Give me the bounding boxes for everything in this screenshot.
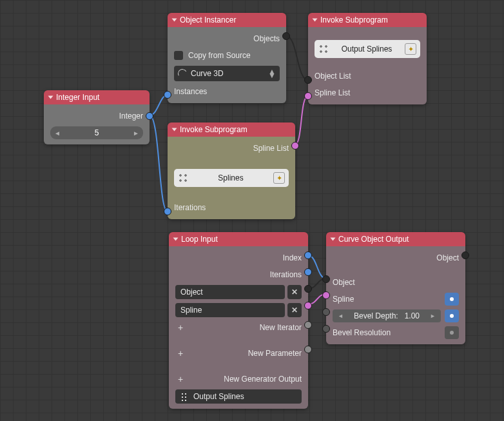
node-curve-object-output[interactable]: Curve Object Output Object Object Spline… — [326, 232, 465, 344]
curve-icon — [178, 69, 187, 78]
plus-icon[interactable]: + — [175, 348, 186, 358]
iterator-spline[interactable]: Spline — [175, 303, 285, 317]
new-iterator-label: New Iterator — [191, 323, 302, 332]
node-title: Invoke Subprogram — [180, 125, 247, 134]
input-label: Instances — [174, 87, 207, 96]
input-label: Spline — [333, 295, 441, 304]
remove-iterator-button[interactable]: ✕ — [287, 285, 302, 299]
subprogram-selector[interactable]: Output Splines ✦ — [315, 40, 420, 58]
collapse-icon[interactable] — [173, 238, 179, 241]
spline-toggle[interactable] — [445, 293, 459, 306]
subprogram-selector[interactable]: Splines ✦ — [174, 169, 289, 187]
socket-new-iterator[interactable] — [304, 321, 312, 329]
output-label: Objects — [253, 34, 280, 43]
bevel-depth-toggle[interactable] — [445, 309, 459, 322]
node-invoke-subprogram-mid[interactable]: Invoke Subprogram Spline List Splines ✦ … — [168, 122, 295, 219]
socket-iterations-out[interactable] — [304, 268, 312, 276]
socket-iterations-in[interactable] — [164, 208, 171, 215]
decrement-icon[interactable]: ◄ — [338, 313, 344, 319]
output-label: Iterations — [270, 270, 302, 279]
input-label: Bevel Resolution — [333, 328, 441, 337]
dot-icon — [450, 314, 454, 318]
increment-icon[interactable]: ► — [430, 313, 436, 319]
socket-spline-in[interactable] — [322, 291, 330, 299]
node-header[interactable]: Invoke Subprogram — [308, 13, 427, 27]
subprogram-name: Output Splines — [334, 44, 400, 54]
output-label: Integer — [119, 112, 143, 121]
plus-icon[interactable]: + — [175, 374, 186, 384]
node-header[interactable]: Curve Object Output — [326, 232, 465, 246]
object-type-select[interactable]: Curve 3D ▲▼ — [174, 66, 280, 81]
socket-object-list-in[interactable] — [304, 76, 312, 84]
checkbox-label: Copy from Source — [188, 51, 251, 60]
node-title: Curve Object Output — [338, 235, 409, 244]
grid-icon — [178, 173, 188, 183]
output-label: Index — [283, 253, 302, 262]
select-value: Curve 3D — [191, 69, 224, 78]
remove-iterator-button[interactable]: ✕ — [287, 303, 302, 317]
subprogram-name: Splines — [193, 173, 268, 182]
node-title: Object Instancer — [180, 15, 236, 24]
dot-icon — [450, 331, 454, 335]
node-header[interactable]: Loop Input — [169, 232, 308, 246]
node-title: Integer Input — [56, 93, 99, 102]
copy-from-source-checkbox[interactable] — [174, 51, 183, 60]
socket-new-parameter[interactable] — [304, 346, 312, 353]
increment-icon[interactable]: ► — [133, 130, 139, 137]
collapse-icon[interactable] — [48, 96, 53, 99]
socket-instances-in[interactable] — [164, 91, 171, 99]
decrement-icon[interactable]: ◄ — [54, 130, 61, 137]
collapse-icon[interactable] — [331, 238, 336, 241]
x-icon: ✕ — [291, 288, 298, 297]
node-invoke-subprogram-top[interactable]: Invoke Subprogram Output Splines ✦ Objec… — [308, 13, 427, 104]
bevel-res-toggle[interactable] — [445, 326, 459, 339]
new-subprogram-icon[interactable]: ✦ — [405, 43, 416, 55]
integer-value-slider[interactable]: ◄ 5 ► — [50, 126, 143, 139]
integer-value: 5 — [95, 128, 99, 137]
socket-bevel-res-in[interactable] — [322, 325, 330, 333]
bevel-depth-value: 1.00 — [405, 311, 420, 320]
dots-icon — [180, 392, 189, 401]
iterator-object[interactable]: Object — [175, 285, 285, 299]
output-label: Object — [436, 253, 459, 262]
bevel-depth-field[interactable]: ◄ Bevel Depth:1.00 ► — [333, 309, 441, 322]
socket-spline-list-out[interactable] — [291, 142, 299, 150]
collapse-icon[interactable] — [172, 19, 177, 22]
node-header[interactable]: Object Instancer — [168, 13, 286, 27]
socket-object-out[interactable] — [304, 285, 312, 293]
node-header[interactable]: Integer Input — [44, 90, 150, 104]
input-label: Object List — [315, 72, 351, 81]
socket-object-in[interactable] — [322, 275, 330, 283]
node-header[interactable]: Invoke Subprogram — [168, 122, 295, 137]
node-integer-input[interactable]: Integer Input Integer ◄ 5 ► — [44, 90, 150, 144]
node-title: Invoke Subprogram — [320, 15, 388, 24]
bevel-depth-label: Bevel Depth: — [354, 311, 398, 320]
collapse-icon[interactable] — [172, 128, 177, 132]
socket-spline-out[interactable] — [304, 302, 312, 309]
x-icon: ✕ — [291, 306, 298, 315]
node-title: Loop Input — [181, 235, 218, 244]
updown-icon: ▲▼ — [268, 70, 276, 77]
input-label: Iterations — [174, 203, 206, 212]
output-label: Spline List — [253, 144, 289, 153]
grid-icon — [318, 44, 329, 54]
new-gen-output-label: New Generator Output — [191, 375, 302, 384]
new-subprogram-icon[interactable]: ✦ — [273, 172, 285, 184]
collapse-icon[interactable] — [313, 19, 318, 22]
input-label: Spline List — [315, 88, 350, 97]
node-object-instancer[interactable]: Object Instancer Objects Copy from Sourc… — [168, 13, 286, 103]
socket-objects-out[interactable] — [282, 32, 290, 40]
socket-index-out[interactable] — [304, 251, 312, 259]
output-splines-button[interactable]: Output Splines — [175, 389, 302, 404]
socket-spline-list-in[interactable] — [304, 92, 312, 100]
plus-icon[interactable]: + — [175, 322, 186, 333]
socket-object-out[interactable] — [461, 251, 469, 259]
input-label: Object — [333, 278, 355, 287]
socket-integer-out[interactable] — [146, 112, 153, 120]
new-parameter-label: New Parameter — [191, 349, 302, 358]
dot-icon — [450, 297, 454, 301]
socket-bevel-depth-in[interactable] — [322, 308, 330, 316]
node-loop-input[interactable]: Loop Input Index Iterations Object ✕ Spl… — [169, 232, 308, 409]
